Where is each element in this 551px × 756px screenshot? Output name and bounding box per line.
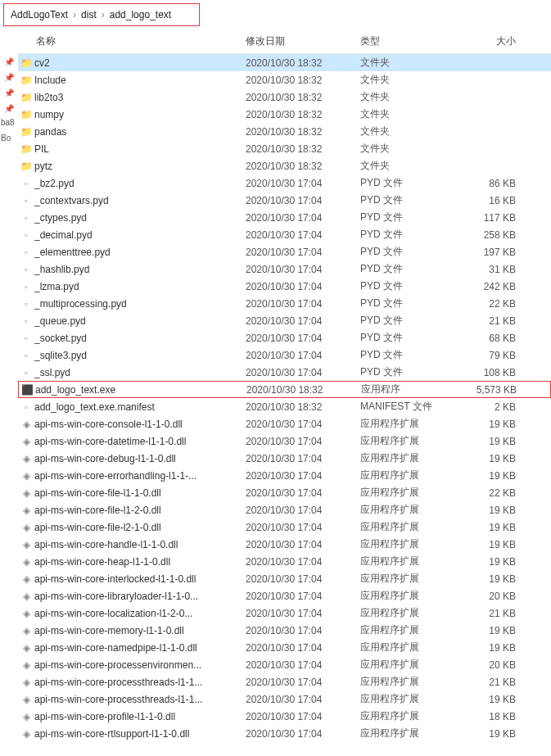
file-row[interactable]: ▫_multiprocessing.pyd2020/10/30 17:04PYD… — [18, 295, 551, 312]
file-name: _multiprocessing.pyd — [34, 298, 246, 310]
file-row[interactable]: 📁PIL2020/10/30 18:32文件夹 — [18, 140, 551, 157]
file-row[interactable]: ◈api-ms-win-core-errorhandling-l1-1-...2… — [18, 467, 551, 484]
crumb-1[interactable]: dist — [81, 9, 97, 20]
file-date: 2020/10/30 17:04 — [246, 487, 360, 499]
file-row[interactable]: 📁pandas2020/10/30 18:32文件夹 — [18, 123, 551, 140]
file-row[interactable]: ◈api-ms-win-core-heap-l1-1-0.dll2020/10/… — [18, 553, 551, 570]
file-row[interactable]: ◈api-ms-win-core-datetime-l1-1-0.dll2020… — [18, 432, 551, 450]
file-size: 197 KB — [457, 247, 531, 258]
crumb-0[interactable]: AddLogoText — [11, 9, 68, 20]
file-row[interactable]: ◈api-ms-win-core-file-l1-2-0.dll2020/10/… — [18, 501, 551, 518]
file-type: 文件夹 — [360, 124, 457, 138]
file-row[interactable]: ◈api-ms-win-core-file-l2-1-0.dll2020/10/… — [18, 518, 551, 536]
folder-icon: 📁 — [18, 161, 34, 172]
file-type: PYD 文件 — [360, 228, 457, 242]
file-row[interactable]: ◈api-ms-win-core-memory-l1-1-0.dll2020/1… — [18, 622, 551, 639]
file-row[interactable]: ◈api-ms-win-core-rtlsupport-l1-1-0.dll20… — [18, 725, 551, 742]
file-name: api-ms-win-core-localization-l1-2-0... — [34, 608, 246, 619]
file-size: 68 KB — [457, 333, 531, 344]
file-date: 2020/10/30 18:32 — [246, 126, 360, 138]
file-row[interactable]: 📁Include2020/10/30 18:32文件夹 — [18, 71, 551, 88]
file-row[interactable]: ◈api-ms-win-core-interlocked-l1-1-0.dll2… — [18, 570, 551, 587]
file-size: 19 KB — [457, 625, 531, 636]
file-size: 21 KB — [457, 315, 531, 327]
file-row[interactable]: ◈api-ms-win-core-namedpipe-l1-1-0.dll202… — [18, 639, 551, 656]
file-row[interactable]: 📁pytz2020/10/30 18:32文件夹 — [18, 157, 551, 174]
header-date[interactable]: 修改日期 — [246, 34, 360, 48]
file-size: 242 KB — [457, 281, 531, 292]
file-row[interactable]: 📁cv22020/10/30 18:32文件夹 — [18, 54, 551, 71]
file-row[interactable]: ◈api-ms-win-core-libraryloader-l1-1-0...… — [18, 587, 551, 604]
breadcrumb[interactable]: AddLogoText › dist › add_logo_text — [3, 3, 200, 26]
file-row[interactable]: ◈api-ms-win-core-profile-l1-1-0.dll2020/… — [18, 708, 551, 725]
file-row[interactable]: ◈api-ms-win-core-processthreads-l1-1...2… — [18, 673, 551, 690]
file-date: 2020/10/30 17:04 — [246, 298, 360, 310]
file-row[interactable]: 📁lib2to32020/10/30 18:32文件夹 — [18, 88, 551, 106]
file-type: 应用程序扩展 — [360, 606, 457, 620]
dll-icon: ◈ — [18, 625, 34, 636]
file-date: 2020/10/30 17:04 — [246, 694, 360, 705]
file-row[interactable]: ▫_decimal.pyd2020/10/30 17:04PYD 文件258 K… — [18, 226, 551, 243]
exe-icon: ⬛ — [19, 384, 35, 396]
file-row[interactable]: ▫_ctypes.pyd2020/10/30 17:04PYD 文件117 KB — [18, 209, 551, 226]
file-type: 应用程序扩展 — [360, 692, 457, 706]
file-type: 应用程序扩展 — [360, 572, 457, 586]
file-type: 文件夹 — [360, 90, 457, 104]
file-row[interactable]: ⬛add_logo_text.exe2020/10/30 18:32应用程序5,… — [18, 381, 551, 398]
file-name: api-ms-win-core-memory-l1-1-0.dll — [34, 625, 246, 636]
file-row[interactable]: ◈api-ms-win-core-localization-l1-2-0...2… — [18, 604, 551, 622]
file-size: 22 KB — [457, 487, 531, 499]
file-row[interactable]: ▫_socket.pyd2020/10/30 17:04PYD 文件68 KB — [18, 329, 551, 346]
pin-icon[interactable]: 📌 — [0, 70, 18, 85]
file-name: api-ms-win-core-handle-l1-1-0.dll — [34, 539, 246, 550]
file-type: PYD 文件 — [360, 245, 457, 259]
file-name: Include — [34, 75, 246, 86]
file-size: 5,573 KB — [458, 384, 531, 396]
header-name[interactable]: 名称 — [18, 34, 246, 48]
file-name: PIL — [34, 143, 246, 155]
file-size: 21 KB — [457, 677, 531, 688]
file-type: 文件夹 — [360, 73, 457, 87]
file-row[interactable]: ◈api-ms-win-core-file-l1-1-0.dll2020/10/… — [18, 484, 551, 501]
file-row[interactable]: ▫_bz2.pyd2020/10/30 17:04PYD 文件86 KB — [18, 174, 551, 192]
crumb-2[interactable]: add_logo_text — [110, 9, 171, 20]
file-name: lib2to3 — [34, 92, 246, 103]
file-type: PYD 文件 — [360, 262, 457, 276]
file-row[interactable]: ◈api-ms-win-core-handle-l1-1-0.dll2020/1… — [18, 536, 551, 553]
file-date: 2020/10/30 17:04 — [246, 505, 360, 516]
file-row[interactable]: ◈api-ms-win-core-debug-l1-1-0.dll2020/10… — [18, 450, 551, 467]
file-row[interactable]: ▫_elementtree.pyd2020/10/30 17:04PYD 文件1… — [18, 243, 551, 260]
file-row[interactable]: ◈api-ms-win-core-console-l1-1-0.dll2020/… — [18, 415, 551, 432]
file-name: api-ms-win-core-profile-l1-1-0.dll — [34, 711, 246, 722]
file-date: 2020/10/30 17:04 — [246, 711, 360, 722]
file-row[interactable]: ▫_sqlite3.pyd2020/10/30 17:04PYD 文件79 KB — [18, 346, 551, 364]
file-row[interactable]: 📁numpy2020/10/30 18:32文件夹 — [18, 106, 551, 123]
quick-item[interactable]: ba8 — [0, 116, 18, 129]
file-size: 20 KB — [457, 591, 531, 602]
dll-icon: ◈ — [18, 505, 34, 516]
pin-icon[interactable]: 📌 — [0, 101, 18, 116]
file-row[interactable]: ▫_contextvars.pyd2020/10/30 17:04PYD 文件1… — [18, 192, 551, 209]
pin-icon[interactable]: 📌 — [0, 54, 18, 70]
file-row[interactable]: ◈api-ms-win-core-processenvironmen...202… — [18, 656, 551, 673]
header-type[interactable]: 类型 — [360, 34, 457, 48]
file-row[interactable]: ▫_queue.pyd2020/10/30 17:04PYD 文件21 KB — [18, 312, 551, 329]
file-icon: ▫ — [18, 367, 34, 378]
file-type: 应用程序扩展 — [360, 520, 457, 534]
file-size: 16 KB — [457, 195, 531, 206]
file-row[interactable]: ▫_lzma.pyd2020/10/30 17:04PYD 文件242 KB — [18, 278, 551, 295]
file-row[interactable]: ▫add_logo_text.exe.manifest2020/10/30 18… — [18, 398, 551, 415]
quick-item[interactable]: Bo — [0, 132, 18, 144]
file-date: 2020/10/30 17:04 — [246, 333, 360, 344]
file-row[interactable]: ◈api-ms-win-core-processthreads-l1-1...2… — [18, 690, 551, 708]
file-type: PYD 文件 — [360, 279, 457, 293]
file-name: api-ms-win-core-console-l1-1-0.dll — [34, 419, 246, 430]
dll-icon: ◈ — [18, 728, 34, 740]
file-name: api-ms-win-core-processthreads-l1-1... — [34, 694, 246, 705]
header-size[interactable]: 大小 — [457, 34, 531, 48]
file-row[interactable]: ▫_ssl.pyd2020/10/30 17:04PYD 文件108 KB — [18, 364, 551, 381]
pin-icon[interactable]: 📌 — [0, 85, 18, 101]
file-row[interactable]: ▫_hashlib.pyd2020/10/30 17:04PYD 文件31 KB — [18, 260, 551, 278]
file-date: 2020/10/30 17:04 — [246, 350, 360, 361]
file-size: 18 KB — [457, 711, 531, 722]
